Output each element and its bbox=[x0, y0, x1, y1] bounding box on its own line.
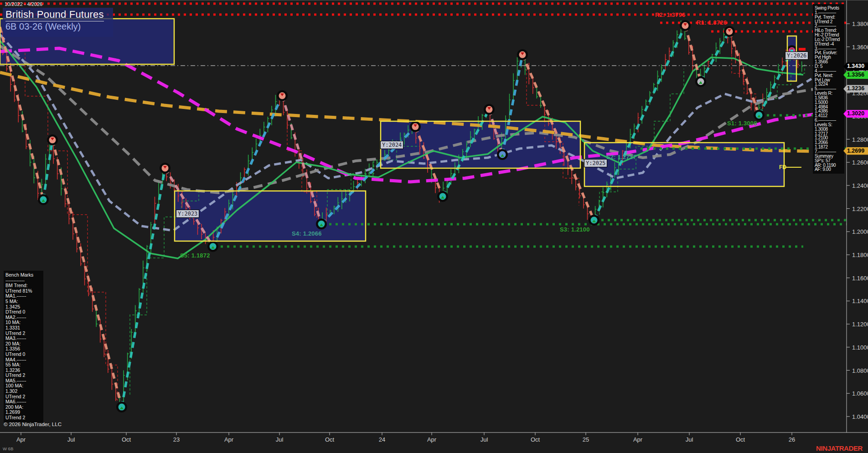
bench-marks-line: UTrend 0 bbox=[5, 352, 42, 357]
bench-marks-line: UTrend 2 bbox=[5, 415, 42, 421]
ninjatrader-chart-window: 10/2022 - 4/2026 British Pound Futures 6… bbox=[0, 0, 868, 453]
time-axis-label: Jul bbox=[686, 436, 693, 443]
price-tick-label: 1.0800 bbox=[852, 367, 868, 374]
zigzag-leg bbox=[43, 140, 52, 200]
year-label-chip: Y:2026 bbox=[785, 51, 808, 60]
price-tick-label: 1.2800 bbox=[852, 136, 868, 143]
support-level-label: S5: 1.1872 bbox=[180, 252, 210, 259]
bench-marks-line: 55 MA: bbox=[5, 362, 42, 368]
trend-step-line bbox=[599, 69, 684, 215]
time-axis-label: 23 bbox=[173, 436, 180, 443]
time-axis-label: Apr bbox=[16, 436, 26, 443]
price-tick-label: 1.1200 bbox=[852, 321, 868, 328]
time-axis-label: Apr bbox=[427, 436, 436, 443]
support-level-label: S1: 1.3008 bbox=[727, 120, 757, 127]
price-tick-label: 1.2400 bbox=[852, 182, 868, 189]
price-tick-label: 1.1600 bbox=[852, 275, 868, 282]
zigzag-leg bbox=[701, 31, 729, 82]
time-axis-label: Oct bbox=[325, 436, 334, 443]
bench-marks-panel: Bench Marks------------BM Trend:UTrend 8… bbox=[4, 271, 43, 422]
instrument-subtitle: 6B 03-26 (Weekly) bbox=[5, 21, 81, 32]
year-label-chip: Y:2023 bbox=[176, 210, 199, 218]
bench-marks-line: 1.302 bbox=[5, 389, 42, 394]
price-badge: 1.2699 bbox=[843, 147, 868, 155]
time-axis-label: Jul bbox=[276, 436, 284, 443]
year-range-box-fill bbox=[175, 191, 366, 241]
ninjatrader-logo: NINJATRADER bbox=[816, 444, 863, 452]
copyright-text: © 2026 NinjaTrader, LLC bbox=[4, 422, 62, 427]
support-level-label: S3: 1.2100 bbox=[560, 226, 590, 233]
trend-step-line bbox=[762, 64, 805, 114]
swing-pivots-line: AF: 9.00 bbox=[815, 167, 843, 172]
bench-marks-line: 1.3331 bbox=[5, 325, 42, 331]
price-tick-label: 1.2000 bbox=[852, 228, 868, 235]
price-chart-canvas[interactable] bbox=[0, 0, 868, 453]
time-axis-label: Jul bbox=[480, 436, 488, 443]
time-axis-label: Jul bbox=[67, 436, 75, 443]
time-axis-label: Oct bbox=[531, 436, 540, 443]
price-tick-label: 1.2600 bbox=[852, 159, 868, 166]
price-badge: 1.3236 bbox=[843, 85, 868, 93]
support-level-label: S4: 1.2066 bbox=[292, 230, 322, 237]
series-status-label: W 6B bbox=[3, 446, 13, 451]
date-range-label: 10/2022 - 4/2026 bbox=[5, 1, 42, 7]
time-axis-label: Apr bbox=[633, 436, 642, 443]
price-tick-label: 1.0400 bbox=[852, 413, 868, 420]
time-axis-label: 25 bbox=[583, 436, 589, 443]
price-badge: 1.3430 bbox=[843, 62, 868, 70]
price-tick-label: 1.3800 bbox=[852, 21, 868, 27]
year-label-chip: Y:2025 bbox=[584, 159, 607, 167]
price-tick-label: 1.1000 bbox=[852, 344, 868, 351]
time-axis-label: Apr bbox=[224, 436, 233, 443]
price-tick-label: 1.2200 bbox=[852, 206, 868, 212]
resistance-level-label: R2: 1.3796 bbox=[655, 11, 685, 18]
time-axis-label: Oct bbox=[736, 436, 745, 443]
bench-marks-line: DTrend 0 bbox=[5, 309, 42, 315]
bench-marks-line: 5 MA: bbox=[5, 299, 42, 304]
price-tick-label: 1.3600 bbox=[852, 44, 868, 51]
fd-label: FD bbox=[779, 164, 786, 170]
zigzag-leg bbox=[52, 140, 122, 407]
time-axis-label: 24 bbox=[379, 436, 385, 443]
time-axis-label: 26 bbox=[789, 436, 795, 443]
support-level-label: S2: 1.2717 bbox=[606, 154, 636, 160]
swing-pivots-panel: Swing Pivots1.-------------Pvt. Trend:UT… bbox=[813, 4, 844, 174]
price-badge: 1.3020 bbox=[843, 110, 868, 118]
zigzag-leg bbox=[122, 168, 165, 407]
price-tick-label: 1.0600 bbox=[852, 390, 868, 397]
bench-marks-line: MA3.------ bbox=[5, 336, 42, 341]
bench-marks-line: Bench Marks bbox=[5, 273, 42, 278]
year-label-chip: Y:2024 bbox=[380, 141, 403, 149]
zigzag-leg bbox=[594, 26, 685, 220]
time-axis-label: Oct bbox=[122, 436, 131, 443]
price-badge: 1.3356 bbox=[843, 71, 868, 79]
page-title: British Pound Futures bbox=[5, 9, 104, 21]
price-tick-label: 1.1400 bbox=[852, 298, 868, 304]
price-tick-label: 1.1800 bbox=[852, 252, 868, 258]
resistance-level-label: R1: 1.3726 bbox=[697, 19, 727, 26]
